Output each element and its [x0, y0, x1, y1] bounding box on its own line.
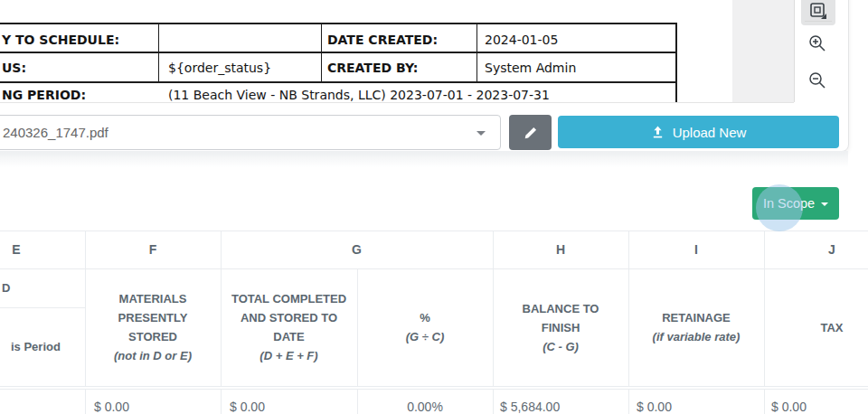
doc-field-label: DATE CREATED: — [327, 33, 438, 47]
zoom-out-icon — [807, 71, 827, 90]
doc-line — [0, 52, 676, 53]
header-work-completed-fragment: D — [2, 281, 10, 295]
column-letter-j: J — [764, 231, 868, 268]
header-line: PRESENTLY — [118, 308, 188, 327]
header-line: AND STORED TO — [241, 308, 337, 327]
header-total-completed: TOTAL COMPLETED AND STORED TO DATE (D + … — [221, 268, 357, 386]
header-formula: (if variable rate) — [653, 327, 741, 346]
header-formula: (C - G) — [542, 337, 579, 356]
doc-line — [0, 23, 676, 24]
doc-line — [321, 23, 322, 81]
header-line: TOTAL COMPLETED — [231, 289, 346, 308]
grid-line — [85, 389, 86, 414]
chevron-down-icon — [476, 131, 486, 136]
header-line: TAX — [820, 318, 843, 337]
grid-line — [764, 389, 765, 414]
header-balance-to-finish: BALANCE TO FINISH (C - G) — [493, 268, 628, 386]
upload-button-label: Upload New — [673, 125, 747, 140]
column-letter-i: I — [628, 231, 764, 268]
doc-field-value: System Admin — [485, 61, 576, 75]
file-select[interactable]: 240326_1747.pdf — [0, 115, 501, 150]
header-line: RETAINAGE — [662, 308, 731, 327]
header-materials-presently-stored: MATERIALS PRESENTLY STORED (not in D or … — [85, 268, 221, 386]
in-scope-label: In Scope — [763, 196, 815, 211]
document-preview[interactable]: Y TO SCHEDULE: DATE CREATED: 2024-01-05 … — [0, 0, 732, 102]
header-tax: TAX — [764, 268, 868, 386]
upload-new-button[interactable]: Upload New — [558, 116, 839, 148]
selected-file-name: 240326_1747.pdf — [3, 125, 108, 140]
header-line: FINISH — [542, 318, 580, 337]
header-retainage: RETAINAGE (if variable rate) — [628, 268, 764, 386]
doc-line — [476, 23, 477, 81]
viewer-border — [0, 102, 794, 103]
header-this-period-fragment: is Period — [11, 340, 61, 353]
cell-retainage-value[interactable]: $ 0.00 — [637, 400, 672, 414]
grid-line — [0, 386, 868, 387]
doc-field-value: ${order_status} — [168, 61, 271, 75]
header-percent: % (G ÷ C) — [357, 268, 493, 386]
upload-icon — [651, 126, 665, 139]
grid-line — [628, 389, 629, 414]
doc-line — [0, 81, 676, 83]
doc-line — [158, 23, 159, 81]
cell-percent-value[interactable]: 0.00% — [357, 400, 493, 414]
column-letter-g: G — [221, 231, 493, 268]
pencil-icon — [524, 126, 538, 140]
screen: Y TO SCHEDULE: DATE CREATED: 2024-01-05 … — [0, 0, 868, 414]
grid-line — [0, 307, 85, 308]
column-letter-f: F — [85, 231, 221, 268]
page-select-tool-icon — [808, 1, 828, 21]
doc-field-label: CREATED BY: — [327, 61, 418, 75]
cell-tax-value[interactable]: $ 0.00 — [771, 400, 807, 414]
grid-line — [0, 389, 868, 390]
header-line: % — [420, 308, 430, 327]
grid-line — [493, 389, 494, 414]
edit-file-button[interactable] — [509, 115, 552, 150]
doc-field-value: (11 Beach View - NB Strands, LLC) 2023-0… — [168, 88, 550, 102]
panel-shadow — [0, 151, 848, 167]
doc-line — [675, 23, 677, 102]
header-formula: (D + E + F) — [259, 346, 317, 365]
grid-line — [221, 389, 222, 414]
zoom-in-button[interactable] — [807, 33, 827, 53]
header-line: BALANCE TO — [523, 299, 599, 318]
in-scope-button[interactable]: In Scope — [752, 187, 839, 220]
header-line: STORED — [128, 327, 177, 346]
doc-field-label: Y TO SCHEDULE: — [2, 33, 119, 47]
cell-materials-stored-value[interactable]: $ 0.00 — [94, 400, 129, 414]
header-formula: (G ÷ C) — [406, 327, 445, 346]
cell-total-completed-value[interactable]: $ 0.00 — [230, 400, 265, 414]
zoom-out-button[interactable] — [807, 71, 827, 90]
chevron-down-icon — [821, 202, 828, 206]
doc-field-value: 2024-01-05 — [485, 33, 558, 47]
header-line: DATE — [273, 327, 304, 346]
viewer-gutter — [732, 0, 795, 102]
cell-balance-to-finish-value[interactable]: $ 5,684.00 — [500, 400, 560, 414]
column-letter-e: E — [0, 231, 85, 268]
header-formula: (not in D or E) — [114, 346, 192, 365]
column-letter-h: H — [493, 231, 628, 268]
doc-field-label: US: — [2, 61, 26, 75]
zoom-in-icon — [807, 33, 827, 53]
doc-field-label: NG PERIOD: — [2, 88, 86, 102]
toolbar-divider — [805, 21, 832, 22]
header-line: MATERIALS — [119, 289, 187, 308]
